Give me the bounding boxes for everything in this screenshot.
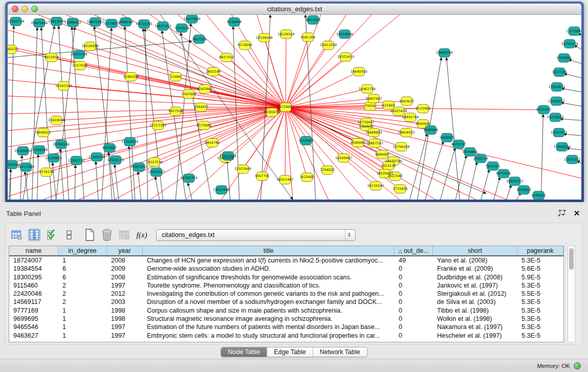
column-header-title[interactable]: title [143,246,395,255]
citation-edge-black[interactable] [481,169,489,200]
citation-edge-red[interactable] [285,107,286,180]
column-header-pagerank[interactable]: pagerank [517,246,563,255]
citation-edge-black[interactable] [561,103,581,106]
table-cell-short: Yano et al. (2008) [433,256,517,265]
citation-edge-red[interactable] [43,107,286,133]
tab-network-table[interactable]: Network Table [313,347,367,357]
table-row[interactable]: 2242004622012Investigating the contribut… [9,290,563,298]
column-header-name[interactable]: name [9,246,58,255]
citation-edge-red[interactable] [286,107,329,200]
citation-edge-black[interactable] [94,27,115,200]
column-header-year[interactable]: year [107,246,143,255]
tab-edge-table[interactable]: Edge Table [267,347,313,357]
graph-node-label: 15592971 [551,130,568,135]
citation-edge-red[interactable] [286,57,345,107]
citation-edge-black[interactable] [564,74,581,78]
graph-node-label: 10756928 [393,145,409,149]
citation-edge-red[interactable] [262,107,286,177]
citation-edge-black[interactable] [125,27,135,200]
column-header-in_degree[interactable]: in_degree [58,246,107,255]
citation-edge-red[interactable] [115,107,286,200]
citation-edge-black[interactable] [155,177,159,200]
delete-column-icon[interactable] [101,229,113,241]
table-cell-year: 2008 [107,273,143,281]
network-window-titlebar[interactable]: citations_edges.txt [8,4,581,15]
citation-edge-black[interactable] [75,165,75,200]
scrollbar-thumb[interactable] [569,248,574,270]
float-panel-icon[interactable] [556,209,567,218]
citation-edge-red[interactable] [286,15,372,107]
close-panel-icon[interactable]: ✕ [572,209,582,218]
horizontal-splitter[interactable]: ▲ [0,202,588,206]
citation-edge-red[interactable] [286,107,293,200]
graph-node-label: 12213383 [149,123,166,127]
citation-edge-black[interactable] [410,134,427,200]
zoom-window-button[interactable] [31,6,38,12]
show-columns-icon[interactable] [28,229,40,241]
citation-edge-black[interactable] [507,185,511,200]
table-row[interactable]: 1456911722003Disruption of a novel membe… [9,298,563,306]
table-row[interactable]: 977716911998Corpus callosum shape and si… [9,307,563,315]
citation-edge-red[interactable] [8,63,286,107]
graph-node-label: 8156044 [227,20,242,24]
table-row[interactable]: 1830029562008Estimation of significance … [9,273,563,281]
minimize-window-button[interactable] [21,6,28,12]
table-cell-name: 19384554 [9,265,58,273]
select-all-icon[interactable] [46,229,58,241]
column-header-out_de[interactable]: △out_de... [395,246,433,255]
citation-edge-red[interactable] [286,46,329,107]
citation-edge-black[interactable] [37,155,38,200]
tab-node-table[interactable]: Node Table [221,347,267,357]
citation-edge-black[interactable] [227,161,230,200]
memory-ok-indicator[interactable] [574,362,581,369]
table-vertical-scrollbar[interactable] [568,246,575,342]
citation-edge-black[interactable] [8,41,192,58]
citation-edge-red[interactable] [232,15,286,107]
citation-edge-black[interactable] [20,156,22,200]
citation-edge-red[interactable] [43,107,286,200]
citation-edge-black[interactable] [569,59,581,63]
table-row[interactable]: 946362711997Embryonic stem cells: a mode… [9,332,563,340]
table-cell-short: Franke et al. (2009) [433,265,517,273]
graph-node-label: 9245652 [516,188,531,192]
table-row[interactable]: 1872400712008Changes of HCN gene express… [9,256,563,265]
function-builder-icon[interactable]: f(x) [136,229,148,241]
new-column-icon[interactable] [83,229,96,241]
close-window-button[interactable] [12,6,18,12]
citation-edge-black[interactable] [468,162,477,200]
graph-node-label: 21055724 [8,19,24,24]
citation-edge-black[interactable] [446,57,460,200]
table-cell-in_degree: 2 [58,281,107,290]
table-row[interactable]: 911546021997Tourette syndrome. Phenomeno… [9,281,563,290]
citation-edge-red[interactable] [286,15,321,107]
network-canvas[interactable]: 1872400779556136261589904431659448772540… [8,15,581,200]
graph-node-label: 9827508 [168,109,183,113]
network-graph-svg[interactable]: 1872400779556136261589904431659448772540… [8,15,581,200]
citation-edge-red[interactable] [286,72,359,107]
unselect-all-icon[interactable] [63,229,75,241]
citation-edge-red[interactable] [245,46,286,107]
citation-edge-black[interactable] [541,114,543,200]
table-row[interactable]: 969969511998Structural magnetic resonanc… [9,315,563,323]
citation-edge-black[interactable] [96,162,98,200]
column-header-short[interactable]: short [433,246,517,255]
table-cell-out_de: 0 [395,290,433,298]
network-window: citations_edges.txt 18724007795561362615… [5,2,584,202]
citation-edge-black[interactable] [561,89,581,92]
citation-edge-red[interactable] [286,37,308,107]
table-row[interactable]: 1938455462009Genome-wide association stu… [9,265,563,273]
table-row[interactable]: 946554611997Estimation of the future num… [9,323,563,331]
citation-edge-red[interactable] [63,86,286,107]
citation-edge-red[interactable] [286,89,367,107]
citation-edge-black[interactable] [32,28,37,200]
citation-edge-red[interactable] [286,34,286,107]
table-options-icon[interactable] [11,229,23,241]
graph-node-label: 14671355 [155,24,171,28]
citation-edge-black[interactable] [440,148,455,200]
citation-edge-black[interactable] [455,156,466,200]
citation-edge-black[interactable] [425,141,444,200]
citation-edge-red[interactable] [286,15,346,107]
citation-edge-black[interactable] [145,29,148,200]
table-selector-dropdown[interactable]: citations_edges.txt ▲▼ [156,229,356,241]
graph-node-label: 16033809 [184,17,201,21]
